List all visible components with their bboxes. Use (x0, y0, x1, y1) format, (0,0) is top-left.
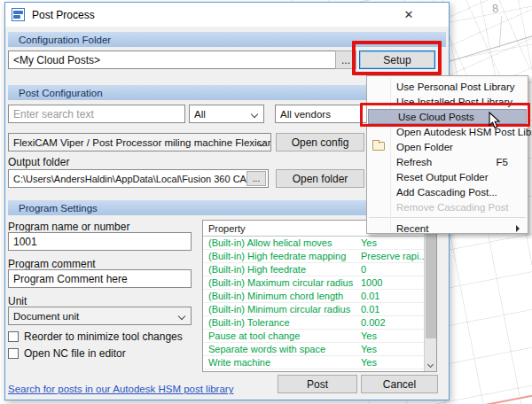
open-folder-button[interactable]: Open folder (276, 169, 364, 188)
hsm-post-library-link[interactable]: Search for posts in our Autodesk HSM pos… (8, 384, 233, 394)
open-config-button[interactable]: Open config (276, 133, 364, 152)
scroll-down-icon[interactable] (427, 361, 434, 368)
menu-item-add-cascading-post[interactable]: Add Cascading Post... (367, 184, 528, 199)
open-nc-file-checkbox[interactable]: Open NC file in editor (8, 347, 126, 360)
program-comment-input[interactable] (8, 269, 192, 288)
menu-item-reset-output-folder[interactable]: Reset Output Folder (367, 169, 528, 184)
table-row[interactable]: (Built-in) Minimum circular radius 0.01 (203, 303, 436, 316)
close-icon[interactable]: ✕ (395, 5, 422, 24)
post-processor-dropdown[interactable]: FlexiCAM Viper / Post Processor miling m… (8, 133, 271, 152)
search-input[interactable] (8, 105, 185, 123)
chevron-down-icon (178, 313, 185, 320)
folder-icon (372, 142, 385, 151)
annotation-rectangle-use-cloud-posts (360, 103, 530, 127)
submenu-arrow-icon (516, 225, 520, 232)
menu-separator (369, 217, 526, 218)
output-folder-browse-button[interactable]: ... (246, 171, 266, 186)
menu-item-open-folder[interactable]: Open Folder (367, 139, 528, 154)
capability-filter-dropdown[interactable]: All (189, 105, 264, 123)
post-button[interactable]: Post (278, 375, 357, 393)
table-row[interactable]: Write machine Yes (203, 356, 436, 369)
scrollbar-thumb[interactable] (426, 234, 436, 338)
canvas-glyph: 8 (491, 2, 499, 16)
unit-dropdown[interactable]: Document unit (8, 307, 192, 325)
shortcut-label: F5 (497, 157, 508, 167)
checkbox-unchecked-icon (8, 331, 19, 342)
output-folder-input[interactable] (8, 169, 269, 188)
cancel-button[interactable]: Cancel (361, 375, 438, 393)
menu-item-refresh[interactable]: Refresh F5 (367, 154, 528, 169)
configuration-folder-input[interactable] (8, 50, 356, 69)
menu-item-remove-cascading-post: Remove Cascading Post (367, 199, 528, 214)
table-row[interactable]: (Built-in) Minimum chord length 0.01 (203, 290, 436, 303)
output-folder-label: Output folder (8, 156, 69, 168)
table-row[interactable]: (Built-in) Allow helical moves Yes (203, 237, 436, 250)
table-row[interactable]: (Built-in) High feedrate mapping Preserv… (203, 250, 436, 263)
chevron-down-icon (251, 111, 258, 118)
property-table: Property (Built-in) Allow helical moves … (202, 220, 437, 372)
table-row[interactable]: Separate words with space Yes (203, 343, 436, 356)
setup-context-menu: Use Personal Post Library Use Installed … (366, 75, 528, 234)
menu-item-use-personal-post-library[interactable]: Use Personal Post Library (367, 79, 528, 94)
checkbox-unchecked-icon (8, 348, 19, 359)
dialog-title: Post Process (32, 9, 95, 21)
annotation-rectangle-setup (352, 41, 442, 75)
program-name-label: Program name or number (8, 221, 129, 233)
menu-item-recent[interactable]: Recent (367, 221, 528, 236)
program-comment-label: Program comment (8, 258, 96, 270)
mouse-cursor-icon (489, 112, 501, 129)
program-name-input[interactable] (8, 232, 192, 251)
unit-label: Unit (8, 295, 27, 307)
table-scrollbar[interactable] (424, 221, 436, 371)
title-bar: Post Process ✕ (5, 3, 449, 27)
table-row[interactable]: Pause at tool change Yes (203, 330, 436, 343)
table-row[interactable]: (Built-in) Maximum circular radius 1000 (203, 276, 436, 290)
table-row[interactable]: (Built-in) Tolerance 0.002 (203, 316, 436, 330)
post-process-icon (12, 8, 25, 21)
table-row[interactable]: (Built-in) High feedrate 0 (203, 263, 436, 276)
reorder-checkbox[interactable]: Reorder to minimize tool changes (8, 330, 183, 343)
